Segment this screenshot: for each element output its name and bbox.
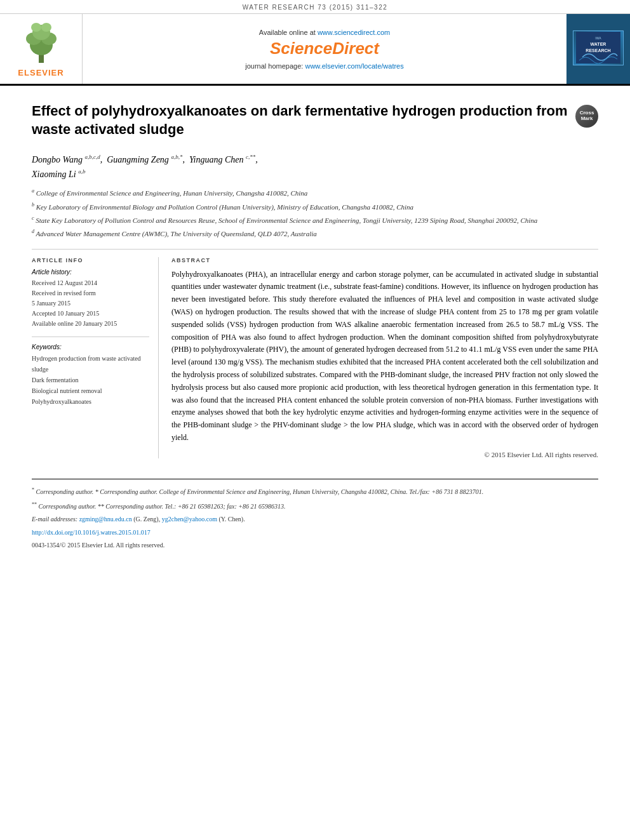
keyword-2: Dark fermentation	[32, 375, 149, 385]
authors-list: Dongbo Wang a,b,c,d, Guangming Zeng a,b,…	[32, 152, 598, 182]
water-research-badge: IWA WATER RESEARCH	[566, 14, 630, 84]
svg-point-5	[31, 23, 41, 32]
received-revised-label: Received in revised form	[32, 288, 149, 298]
water-research-cover-icon: IWA WATER RESEARCH	[576, 32, 620, 63]
available-online-date: Available online 20 January 2015	[32, 319, 149, 329]
author-4: Xiaoming Li a,b	[32, 170, 85, 179]
affiliation-b: b Key Laboratory of Environmental Biolog…	[32, 201, 598, 213]
header-center: Available online at www.sciencedirect.co…	[83, 14, 566, 84]
affiliation-d: d Advanced Water Management Centre (AWMC…	[32, 227, 598, 239]
left-column: ARTICLE INFO Article history: Received 1…	[32, 257, 159, 458]
abstract-label: ABSTRACT	[171, 257, 598, 263]
email-2-link[interactable]: yg2chen@yahoo.com	[162, 516, 217, 523]
article-info-label: ARTICLE INFO	[32, 257, 149, 263]
elsevier-logo-box: ELSEVIER	[0, 14, 83, 84]
copyright: © 2015 Elsevier Ltd. All rights reserved…	[171, 451, 598, 458]
crossmark: CrossMark	[575, 105, 598, 128]
corresponding-author-note: * Corresponding author. * Corresponding …	[32, 486, 598, 498]
email-label: E-mail addresses:	[32, 516, 77, 523]
svg-text:WATER: WATER	[591, 42, 607, 46]
journal-url-link[interactable]: www.elsevier.com/locate/watres	[305, 62, 403, 70]
abstract-paragraph: Polyhydroxyalkanoates (PHA), an intracel…	[171, 269, 598, 444]
affiliation-a: a College of Environmental Science and E…	[32, 187, 598, 199]
doi-link[interactable]: http://dx.doi.org/10.1016/j.watres.2015.…	[32, 529, 151, 536]
received-date: Received 12 August 2014	[32, 278, 149, 288]
email-1-link[interactable]: zgming@hnu.edu.cn	[79, 516, 132, 523]
svg-text:RESEARCH: RESEARCH	[586, 48, 610, 53]
journal-bar: WATER RESEARCH 73 (2015) 311–322	[0, 0, 630, 14]
keyword-1: Hydrogen production from waste activated…	[32, 353, 149, 375]
doi-line: http://dx.doi.org/10.1016/j.watres.2015.…	[32, 528, 598, 538]
footer-content: * Corresponding author. * Corresponding …	[0, 479, 630, 561]
author-2: Guangming Zeng a,b,*,	[107, 155, 187, 164]
email-2-name: Y. Chen	[221, 516, 241, 523]
keyword-3: Biological nutrient removal	[32, 385, 149, 396]
history-heading: Article history:	[32, 269, 149, 276]
water-research-graphic: IWA WATER RESEARCH	[573, 30, 624, 65]
author-3: Yinguang Chen c,**,	[189, 155, 258, 164]
received-revised-date: 5 January 2015	[32, 298, 149, 309]
email-addresses: E-mail addresses: zgming@hnu.edu.cn (G. …	[32, 514, 598, 525]
second-corresponding-note: ** Corresponding author. ** Correspondin…	[32, 500, 598, 512]
sciencedirect-link[interactable]: www.sciencedirect.com	[318, 29, 390, 36]
affiliations-list: a College of Environmental Science and E…	[32, 187, 598, 239]
abstract-text: Polyhydroxyalkanoates (PHA), an intracel…	[171, 269, 598, 444]
journal-citation: WATER RESEARCH 73 (2015) 311–322	[243, 4, 388, 11]
article-content: Effect of polyhydroxyalkanoates on dark …	[0, 86, 630, 469]
keyword-4: Polyhydroxyalkanoates	[32, 396, 149, 407]
issn-line: 0043-1354/© 2015 Elsevier Ltd. All right…	[32, 540, 598, 551]
crossmark-icon: CrossMark	[575, 105, 598, 128]
article-history: Article history: Received 12 August 2014…	[32, 269, 149, 329]
header-area: ELSEVIER Available online at www.science…	[0, 14, 630, 86]
email-1-name: G. Zeng	[136, 516, 157, 523]
accepted-date: Accepted 10 January 2015	[32, 309, 149, 319]
available-online-text: Available online at www.sciencedirect.co…	[259, 29, 390, 36]
keywords-label: Keywords:	[32, 343, 149, 350]
author-1: Dongbo Wang a,b,c,d,	[32, 155, 105, 164]
svg-text:IWA: IWA	[595, 36, 601, 40]
affiliation-c: c State Key Laboratory of Pollution Cont…	[32, 214, 598, 226]
sciencedirect-logo: ScienceDirect	[270, 39, 379, 58]
elsevier-wordmark: ELSEVIER	[18, 68, 64, 77]
svg-point-6	[41, 23, 51, 32]
article-info-abstract: ARTICLE INFO Article history: Received 1…	[32, 249, 598, 458]
journal-homepage: journal homepage: www.elsevier.com/locat…	[245, 62, 403, 70]
article-title: Effect of polyhydroxyalkanoates on dark …	[32, 102, 569, 138]
keywords-section: Keywords: Hydrogen production from waste…	[32, 337, 149, 407]
right-column: ABSTRACT Polyhydroxyalkanoates (PHA), an…	[171, 257, 598, 458]
elsevier-tree-icon	[16, 21, 67, 65]
